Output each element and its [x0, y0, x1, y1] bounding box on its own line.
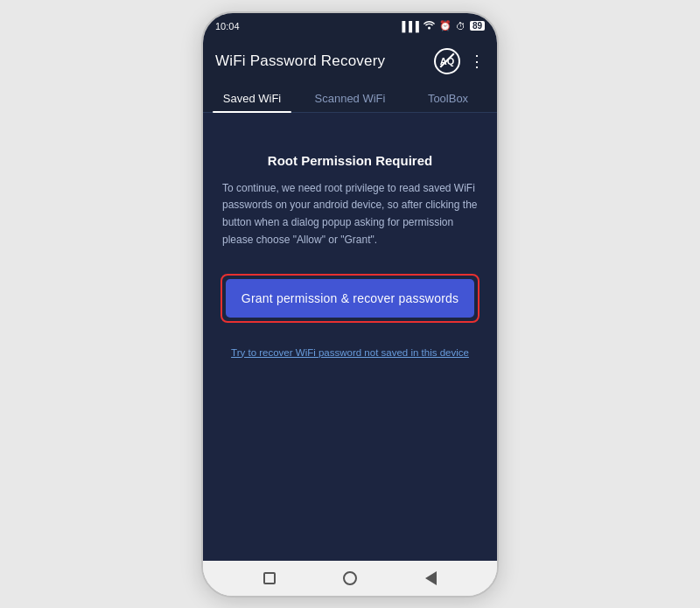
alarm-icon: ⏰	[439, 20, 452, 31]
recent-apps-icon	[263, 572, 276, 584]
back-button[interactable]	[421, 569, 440, 588]
home-button[interactable]	[340, 569, 360, 588]
battery-indicator: 89	[470, 21, 485, 31]
back-icon	[425, 571, 437, 585]
tab-bar: Saved WiFi Scanned WiFi ToolBox	[203, 83, 497, 113]
phone-frame: 10:04 ▐▐▐ ⏰ ⏱ 89 WiFi Password Recovery …	[201, 11, 499, 598]
wifi-icon	[424, 20, 435, 31]
more-options-icon[interactable]: ⋮	[469, 52, 485, 71]
bottom-nav	[203, 561, 497, 596]
aq-label: AQ	[440, 56, 455, 66]
home-icon	[343, 571, 357, 585]
aq-icon[interactable]: AQ	[434, 48, 460, 74]
signal-icon: ▐▐▐	[398, 21, 418, 31]
timer-icon: ⏱	[456, 21, 466, 31]
tab-saved-wifi[interactable]: Saved WiFi	[203, 83, 301, 112]
main-content: Root Permission Required To continue, we…	[203, 113, 497, 561]
permission-description: To continue, we need root privilege to r…	[220, 180, 480, 249]
status-icons: ▐▐▐ ⏰ ⏱ 89	[398, 20, 485, 31]
app-bar-actions: AQ ⋮	[434, 48, 485, 74]
tab-toolbox[interactable]: ToolBox	[399, 83, 497, 112]
tab-scanned-wifi[interactable]: Scanned WiFi	[301, 83, 399, 112]
permission-card: Root Permission Required To continue, we…	[220, 144, 480, 358]
status-bar: 10:04 ▐▐▐ ⏰ ⏱ 89	[203, 13, 497, 38]
app-title: WiFi Password Recovery	[215, 52, 385, 70]
svg-point-0	[428, 27, 430, 30]
status-time: 10:04	[215, 21, 240, 31]
recover-wifi-link[interactable]: Try to recover WiFi password not saved i…	[231, 347, 469, 358]
recent-apps-button[interactable]	[260, 569, 279, 588]
permission-title: Root Permission Required	[268, 153, 432, 168]
grant-button-highlight: Grant permission & recover passwords	[220, 274, 480, 323]
grant-permission-button[interactable]: Grant permission & recover passwords	[226, 279, 474, 318]
app-bar: WiFi Password Recovery AQ ⋮	[203, 38, 497, 83]
